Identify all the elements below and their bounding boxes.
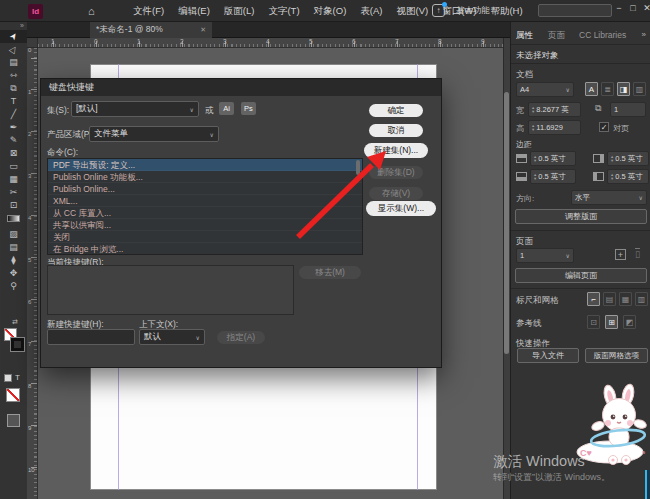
delete-set-button[interactable]: 删除集(D) <box>369 166 423 179</box>
document-tab[interactable]: *未命名-1 @ 80% ✕ <box>90 22 212 38</box>
margin-bottom-field[interactable]: ▴▾0.5 英寸 <box>530 169 576 184</box>
tool-free-transform[interactable]: ⊡ <box>0 199 27 212</box>
doc-setup-save-preset-icon[interactable]: ◨ <box>617 82 630 96</box>
current-shortcuts-box[interactable] <box>47 265 294 315</box>
current-page-dropdown[interactable]: 1∨ <box>516 248 574 263</box>
commands-list[interactable]: PDF 导出预设: 定义...Publish Online 功能板...Publ… <box>47 158 363 255</box>
toolbar-collapse-icon[interactable]: » <box>0 22 27 30</box>
tool-table[interactable]: ▦ <box>0 173 27 186</box>
column-grid-icon[interactable]: ▥ <box>635 292 648 306</box>
ok-button[interactable]: 确定 <box>369 104 423 117</box>
margin-right-field[interactable]: ▴▾0.5 英寸 <box>607 151 649 166</box>
collapse-panel-icon[interactable]: » <box>642 30 646 39</box>
import-file-button[interactable]: 导入文件 <box>517 348 579 363</box>
dialog-title[interactable]: 键盘快捷键 <box>41 79 441 96</box>
swap-fill-stroke-icon[interactable]: ⇄ <box>12 318 18 326</box>
tool-hand[interactable]: ✥ <box>0 267 27 280</box>
doc-setup-bleed-icon[interactable]: ≣ <box>601 82 614 96</box>
command-item[interactable]: 从 CC 库置入... <box>48 207 362 219</box>
command-item[interactable]: 共享以供审阅... <box>48 219 362 231</box>
orientation-dropdown[interactable]: 水平∨ <box>571 190 647 205</box>
search-input[interactable] <box>538 4 612 17</box>
command-item[interactable]: PDF 导出预设: 定义... <box>48 159 362 171</box>
assign-button[interactable]: 指定(A) <box>217 331 265 344</box>
command-item[interactable]: 在 Bridge 中浏览... <box>48 243 362 255</box>
tool-eyedropper[interactable]: ⧫ <box>0 254 27 267</box>
menu-编辑(E)[interactable]: 编辑(E) <box>171 5 217 18</box>
illustrator-set-button[interactable]: Ai <box>219 102 234 115</box>
scrollbar-thumb[interactable] <box>504 92 509 354</box>
layout-grid-options-button[interactable]: 版面网格选项 <box>585 348 648 363</box>
tool-content-collector[interactable]: ⧉ <box>0 82 27 95</box>
formatting-affects-text-icon[interactable]: T <box>15 373 20 382</box>
tool-note[interactable]: ▤ <box>0 241 27 254</box>
tool-rectangle[interactable]: ▭ <box>0 160 27 173</box>
tool-gradient[interactable] <box>0 215 27 228</box>
page-size-dropdown[interactable]: A4∨ <box>516 82 574 97</box>
menu-视图(V)[interactable]: 视图(V) <box>389 5 435 18</box>
new-shortcut-input[interactable] <box>47 329 135 345</box>
menu-表(A)[interactable]: 表(A) <box>353 5 389 18</box>
margin-top-field[interactable]: ▴▾0.5 英寸 <box>530 151 576 166</box>
remove-button[interactable]: 移去(M) <box>299 266 361 279</box>
product-area-dropdown[interactable]: 文件菜单∨ <box>89 126 219 142</box>
menu-对象(O)[interactable]: 对象(O) <box>307 5 354 18</box>
show-guides-icon[interactable]: ⊡ <box>587 315 600 329</box>
tab-cc-libraries[interactable]: CC Libraries <box>579 30 626 40</box>
width-field[interactable]: ▴▾8.2677 英 <box>528 102 581 117</box>
tab-close-icon[interactable]: ✕ <box>200 26 206 34</box>
maximize-button[interactable]: □ <box>627 3 639 13</box>
tab-pages[interactable]: 页面 <box>548 30 565 42</box>
pages-count-field[interactable]: 1 <box>610 102 646 117</box>
document-grid-icon[interactable]: ▦ <box>619 292 632 306</box>
tool-gradient-feather[interactable]: ▨ <box>0 228 27 241</box>
doc-setup-spread-icon[interactable]: ▥ <box>633 82 646 96</box>
menu-版面(L)[interactable]: 版面(L) <box>217 5 262 18</box>
edit-pages-button[interactable]: 编辑页面 <box>515 268 647 283</box>
stroke-swatch[interactable] <box>11 338 24 351</box>
close-button[interactable]: ✕ <box>641 3 650 13</box>
save-button[interactable]: 存储(V) <box>369 187 423 200</box>
context-dropdown[interactable]: 默认∨ <box>139 329 205 345</box>
doc-setup-portrait-icon[interactable]: A <box>585 82 598 96</box>
lock-guides-icon[interactable]: ⊞ <box>605 315 618 329</box>
smart-guides-icon[interactable]: ◩ <box>623 315 636 329</box>
cancel-button[interactable]: 取消 <box>369 124 423 137</box>
formatting-affects-container-icon[interactable] <box>4 374 12 382</box>
show-set-button[interactable]: 显示集(W)... <box>366 201 436 216</box>
workspace-switcher[interactable]: 基本功能∨ <box>456 5 497 17</box>
tool-scissors[interactable]: ✂ <box>0 186 27 199</box>
command-item[interactable]: 关闭 <box>48 231 362 243</box>
facing-pages-checkbox[interactable]: ✓ <box>599 122 609 132</box>
delete-page-icon[interactable]: ▯ <box>635 249 640 259</box>
tool-line[interactable]: ╱ <box>0 108 27 121</box>
command-item[interactable]: Publish Online... <box>48 183 362 195</box>
adjust-layout-button[interactable]: 调整版面 <box>515 209 647 224</box>
tab-properties[interactable]: 属性 <box>516 30 533 42</box>
screen-mode-button[interactable] <box>7 414 20 427</box>
minimize-button[interactable]: − <box>613 3 625 13</box>
tool-selection[interactable]: ➤ <box>0 30 27 43</box>
tool-pencil[interactable]: ✎ <box>0 134 27 147</box>
tool-zoom[interactable]: ⚲ <box>0 280 27 293</box>
tool-direct-selection[interactable]: ▷ <box>0 43 27 56</box>
home-icon[interactable]: ⌂ <box>88 4 95 18</box>
command-item[interactable]: XML... <box>48 195 362 207</box>
show-rulers-icon[interactable]: ⌐ <box>587 292 600 306</box>
new-set-button[interactable]: 新建集(N)... <box>364 143 428 158</box>
command-item[interactable]: Publish Online 功能板... <box>48 171 362 183</box>
menu-文字(T)[interactable]: 文字(T) <box>261 5 306 18</box>
baseline-grid-icon[interactable]: ▤ <box>603 292 616 306</box>
set-dropdown[interactable]: [默认]∨ <box>71 101 199 117</box>
height-field[interactable]: ▴▾11.6929 <box>528 120 581 135</box>
tool-gap[interactable]: ⇿ <box>0 69 27 82</box>
menu-文件(F)[interactable]: 文件(F) <box>126 5 171 18</box>
tool-pen[interactable]: ✒ <box>0 121 27 134</box>
margin-left-field[interactable]: ▴▾0.5 英寸 <box>607 169 649 184</box>
add-page-icon[interactable]: + <box>615 249 626 260</box>
tool-type[interactable]: T <box>0 95 27 108</box>
apply-none-swatch[interactable] <box>6 388 20 402</box>
photoshop-set-button[interactable]: Ps <box>241 102 256 115</box>
list-scrollbar-thumb[interactable] <box>356 160 360 175</box>
tool-rectangle-frame[interactable]: ⊠ <box>0 147 27 160</box>
